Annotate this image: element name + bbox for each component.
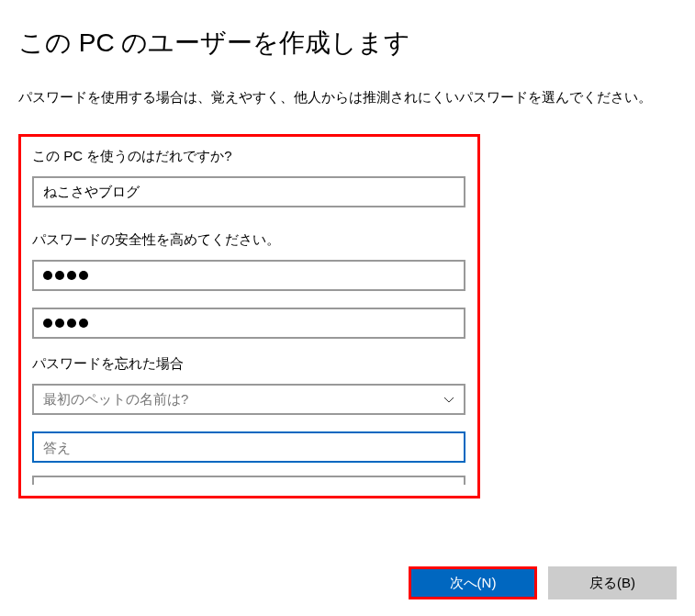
password-dot bbox=[79, 319, 88, 328]
password-input[interactable] bbox=[32, 260, 465, 291]
password-dot bbox=[67, 319, 76, 328]
partial-next-field bbox=[32, 476, 465, 485]
password-dot bbox=[55, 319, 64, 328]
username-input[interactable] bbox=[32, 176, 465, 207]
security-question-select[interactable]: 最初のペットの名前は? bbox=[32, 384, 465, 415]
next-button[interactable]: 次へ(N) bbox=[409, 566, 537, 599]
recovery-label: パスワードを忘れた場合 bbox=[32, 355, 466, 373]
chevron-down-icon bbox=[443, 394, 454, 405]
password-dot bbox=[43, 271, 52, 280]
confirm-password-input[interactable] bbox=[32, 308, 465, 339]
password-label: パスワードの安全性を高めてください。 bbox=[32, 231, 466, 249]
back-button[interactable]: 戻る(B) bbox=[548, 566, 677, 599]
security-question-text: 最初のペットの名前は? bbox=[43, 391, 443, 409]
security-answer-input[interactable] bbox=[32, 431, 465, 463]
password-dot bbox=[67, 271, 76, 280]
password-dot bbox=[79, 271, 88, 280]
form-highlight-box: この PC を使うのはだれですか? パスワードの安全性を高めてください。 パスワ… bbox=[18, 134, 480, 498]
password-dot bbox=[43, 319, 52, 328]
button-row: 次へ(N) 戻る(B) bbox=[409, 566, 677, 599]
page-title: この PC のユーザーを作成します bbox=[18, 26, 677, 61]
page-description: パスワードを使用する場合は、覚えやすく、他人からは推測されにくいパスワードを選ん… bbox=[18, 86, 677, 108]
username-label: この PC を使うのはだれですか? bbox=[32, 148, 466, 165]
password-dot bbox=[55, 271, 64, 280]
